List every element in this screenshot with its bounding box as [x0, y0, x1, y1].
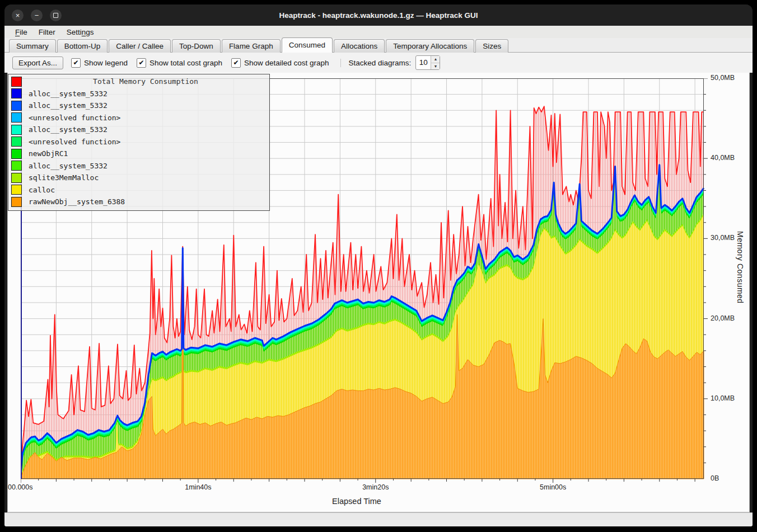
legend-swatch — [11, 77, 22, 87]
checkmark-icon: ✔ — [231, 58, 241, 68]
legend-swatch — [11, 125, 22, 135]
legend-label: alloc__system_5332 — [29, 90, 108, 98]
checkbox-group: ✔Show legend✔Show total cost graph✔Show … — [71, 58, 329, 68]
tab-summary[interactable]: Summary — [9, 39, 56, 53]
menu-filter[interactable]: Filter — [34, 27, 60, 37]
maximize-button[interactable] — [50, 10, 62, 21]
window-title: Heaptrack - heaptrack.wakunode.1.gz — He… — [4, 11, 753, 20]
tab-sizes[interactable]: Sizes — [475, 39, 508, 53]
legend-swatch — [11, 112, 22, 123]
tab-bar: SummaryBottom-UpCaller / CalleeTop-DownF… — [4, 38, 753, 53]
legend-item[interactable]: sqlite3MemMalloc — [8, 172, 269, 184]
spinbox-buttons: ▲ ▼ — [431, 56, 440, 69]
legend-swatch — [11, 101, 22, 111]
menu-file[interactable]: File — [10, 27, 32, 37]
legend-label: Total Memory Consumption — [22, 77, 269, 86]
tab-bottom-up[interactable]: Bottom-Up — [57, 39, 108, 53]
legend-item[interactable]: alloc__system_5332 — [8, 88, 269, 100]
spinbox-down-button[interactable]: ▼ — [431, 63, 440, 70]
legend-item[interactable]: <unresolved function> — [8, 112, 269, 124]
legend-label: <unresolved function> — [29, 138, 120, 146]
legend-swatch — [11, 197, 22, 207]
legend-label: alloc__system_5332 — [29, 162, 108, 170]
minimize-icon: − — [35, 12, 39, 19]
tab-temporary-allocations[interactable]: Temporary Allocations — [386, 39, 474, 53]
menu-bar: FileFilterSettings — [4, 26, 753, 38]
y-tick-label: 20,0MB — [711, 314, 750, 322]
arrow-up-icon: ▲ — [433, 57, 437, 61]
toolbar: Export As... ✔Show legend✔Show total cos… — [4, 53, 753, 73]
legend-swatch — [11, 185, 22, 195]
app-window: × − Heaptrack - heaptrack.wakunode.1.gz … — [4, 4, 753, 526]
maximize-icon — [53, 13, 58, 18]
checkmark-icon: ✔ — [71, 58, 81, 68]
export-as-button[interactable]: Export As... — [12, 57, 63, 69]
checkbox-show-legend[interactable]: ✔Show legend — [71, 58, 128, 68]
status-strip — [4, 512, 753, 526]
y-tick-label: 50,0MB — [711, 74, 750, 82]
arrow-down-icon: ▼ — [433, 64, 437, 68]
legend-item[interactable]: calloc — [8, 184, 269, 196]
checkbox-show-detailed-cost-graph[interactable]: ✔Show detailed cost graph — [231, 58, 329, 68]
close-icon: × — [16, 12, 20, 19]
legend-label: <unresolved function> — [29, 114, 120, 122]
stacked-diagrams-spinbox[interactable]: 10 ▲ ▼ — [415, 55, 440, 70]
spinbox-value[interactable]: 10 — [416, 56, 431, 69]
title-bar[interactable]: × − Heaptrack - heaptrack.wakunode.1.gz … — [4, 4, 753, 26]
x-tick-label: 3min20s — [351, 483, 401, 491]
spinbox-up-button[interactable]: ▲ — [431, 56, 440, 63]
legend-item[interactable]: <unresolved function> — [8, 136, 269, 148]
stacked-diagrams-label: Stacked diagrams: — [340, 59, 412, 67]
legend-item[interactable]: newObjRC1 — [8, 148, 269, 160]
consumed-tab-panel: Total Memory Consumptionalloc__system_53… — [7, 73, 750, 512]
tab-top-down[interactable]: Top-Down — [172, 39, 221, 53]
legend-item[interactable]: alloc__system_5332 — [8, 100, 269, 112]
tab-caller-callee[interactable]: Caller / Callee — [109, 39, 171, 53]
tab-flame-graph[interactable]: Flame Graph — [222, 39, 281, 53]
legend-label: calloc — [29, 186, 55, 194]
y-axis-title: Memory Consumed — [732, 231, 745, 304]
checkbox-label: Show detailed cost graph — [244, 59, 329, 67]
legend-swatch — [11, 161, 22, 171]
legend-label: rawNewObj__system_6388 — [29, 197, 125, 206]
y-tick-label: 10,0MB — [711, 394, 750, 402]
x-tick-label: 1min40s — [173, 483, 223, 491]
tab-allocations[interactable]: Allocations — [334, 39, 385, 53]
checkmark-icon: ✔ — [137, 58, 146, 68]
legend-label: alloc__system_5332 — [29, 125, 108, 134]
y-tick-label: 40,0MB — [711, 154, 750, 162]
legend-label: newObjRC1 — [29, 149, 68, 158]
minimize-button[interactable]: − — [31, 10, 43, 21]
checkbox-label: Show total cost graph — [149, 59, 222, 67]
legend-swatch — [11, 149, 22, 159]
legend-label: alloc__system_5332 — [29, 101, 108, 110]
legend-item[interactable]: rawNewObj__system_6388 — [8, 196, 269, 208]
menu-settings[interactable]: Settings — [62, 27, 99, 37]
legend-item[interactable]: alloc__system_5332 — [8, 160, 269, 172]
legend-item[interactable]: alloc__system_5332 — [8, 124, 269, 136]
legend-swatch — [11, 173, 22, 183]
legend-swatch — [11, 88, 22, 98]
close-button[interactable]: × — [12, 10, 24, 21]
chart-legend[interactable]: Total Memory Consumptionalloc__system_53… — [8, 74, 270, 211]
y-tick-label: 0B — [711, 474, 750, 482]
x-tick-label: 5min00s — [528, 483, 578, 491]
tab-consumed[interactable]: Consumed — [282, 37, 333, 53]
x-tick-label: 00.000s — [8, 483, 58, 491]
checkbox-label: Show legend — [84, 59, 128, 67]
legend-swatch — [11, 136, 22, 147]
legend-label: sqlite3MemMalloc — [29, 173, 99, 182]
checkbox-show-total-cost-graph[interactable]: ✔Show total cost graph — [137, 58, 222, 68]
legend-title-row[interactable]: Total Memory Consumption — [8, 76, 269, 88]
x-axis-title: Elapsed Time — [312, 497, 401, 506]
